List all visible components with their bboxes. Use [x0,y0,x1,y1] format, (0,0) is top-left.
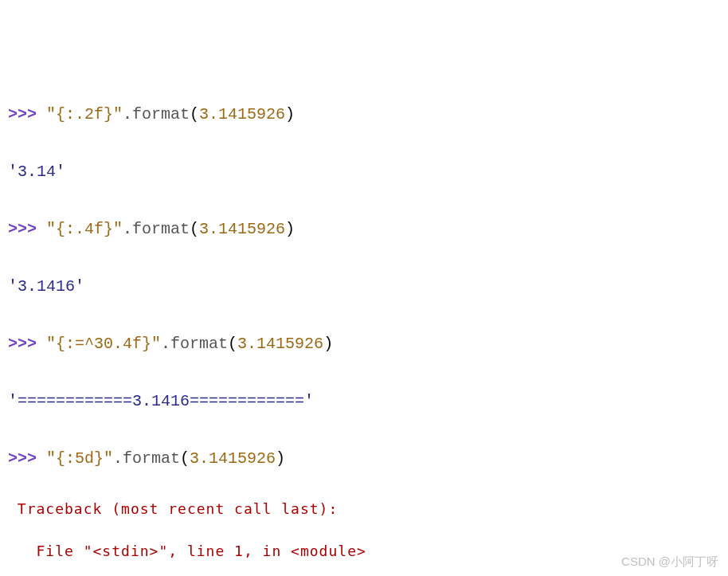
repl-input-line: >>> "{:.4f}".format(3.1415926) [8,218,720,241]
arg: 3.1415926 [199,220,285,238]
method-call: .format [161,335,228,353]
method-call: .format [123,220,190,238]
repl-input-line: >>> "{:.2f}".format(3.1415926) [8,104,720,126]
method-call: .format [113,449,180,468]
arg: 3.1415926 [237,335,323,353]
string-literal: "{:=^30.4f}" [46,335,161,353]
string-literal: "{:.4f}" [46,220,123,238]
arg: 3.1415926 [199,105,285,123]
prompt: >>> [8,220,37,238]
repl-output: '3.1416' [8,276,720,298]
watermark: CSDN @小阿丁呀 [621,553,718,570]
repl-output: '3.14' [8,161,720,183]
repl-input-line: >>> "{:5d}".format(3.1415926) [8,448,720,470]
traceback-file: File "<stdin>", line 1, in <module> [8,541,720,561]
repl-output: '============3.1416============' [8,390,720,413]
traceback-header: Traceback (most recent call last): [8,499,720,519]
prompt: >>> [8,449,37,468]
prompt: >>> [8,105,37,123]
method-call: .format [123,105,190,123]
repl-input-line: >>> "{:=^30.4f}".format(3.1415926) [8,333,720,355]
arg: 3.1415926 [190,449,276,468]
prompt: >>> [8,335,37,353]
string-literal: "{:5d}" [46,449,113,468]
string-literal: "{:.2f}" [46,105,123,123]
